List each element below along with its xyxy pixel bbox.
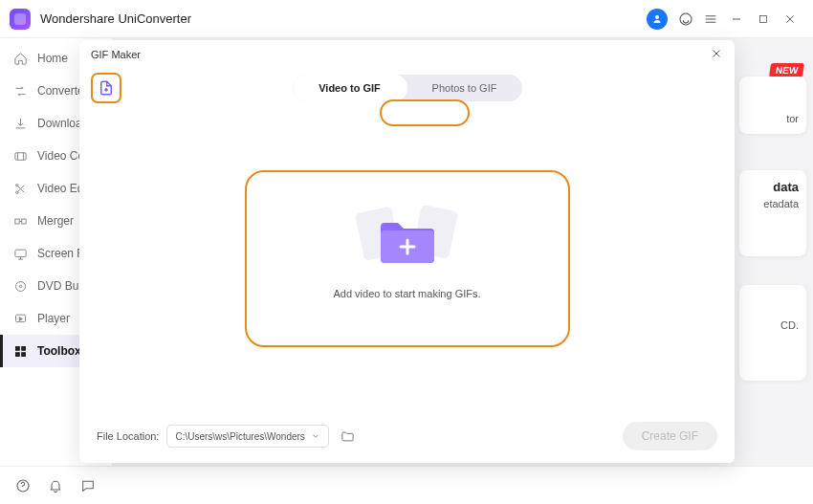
sidebar-item-label: Toolbox (37, 344, 81, 358)
feedback-icon[interactable] (80, 478, 96, 493)
gif-maker-modal: GIF Maker Video to GIF Photos to GIF Ad (79, 40, 735, 463)
menu-icon[interactable] (698, 7, 723, 32)
peek-sub: etadata (747, 198, 799, 209)
svg-rect-6 (22, 219, 26, 224)
mode-segment: Video to GIF Photos to GIF (293, 75, 522, 101)
sidebar-item-label: Home (37, 52, 68, 65)
svg-rect-11 (16, 346, 20, 350)
peek-title: data (747, 180, 799, 194)
svg-point-9 (19, 285, 22, 288)
app-logo-icon (10, 9, 31, 30)
chevron-down-icon (311, 431, 320, 441)
modal-body: Add video to start making GIFs. (79, 107, 735, 409)
svg-rect-5 (15, 219, 19, 224)
peek-card[interactable]: CD. (739, 285, 806, 381)
close-button[interactable] (710, 47, 723, 62)
svg-point-8 (16, 281, 26, 291)
modal-footer: File Location: C:\Users\ws\Pictures\Wond… (79, 409, 735, 463)
svg-rect-14 (22, 352, 26, 356)
notification-icon[interactable] (48, 478, 63, 493)
create-gif-button[interactable]: Create GIF (623, 422, 717, 450)
browse-folder-button[interactable] (337, 426, 358, 447)
app-title: Wondershare UniConverter (40, 11, 191, 26)
peek-text: CD. (747, 319, 799, 331)
path-value: C:\Users\ws\Pictures\Wonders (175, 431, 304, 442)
svg-rect-1 (760, 15, 767, 22)
add-file-button[interactable] (91, 73, 121, 103)
drop-message: Add video to start making GIFs. (333, 288, 480, 299)
tab-video-to-gif[interactable]: Video to GIF (293, 75, 407, 101)
file-location-label: File Location: (97, 430, 159, 442)
svg-rect-12 (22, 346, 26, 350)
peek-card[interactable]: tor (739, 77, 806, 134)
maximize-button[interactable] (750, 6, 777, 33)
svg-rect-2 (15, 152, 26, 160)
titlebar: Wondershare UniConverter (0, 0, 813, 38)
new-badge: NEW (769, 63, 804, 77)
peek-card[interactable]: data etadata (739, 170, 806, 256)
drop-zone[interactable]: Add video to start making GIFs. (245, 170, 570, 347)
modal-toolbar: Video to GIF Photos to GIF (79, 69, 735, 107)
support-icon[interactable] (673, 7, 698, 32)
close-window-button[interactable] (777, 6, 803, 33)
sidebar-item-label: Merger (37, 214, 74, 228)
modal-title: GIF Maker (91, 49, 141, 60)
help-icon[interactable] (15, 478, 31, 493)
minimize-button[interactable] (723, 6, 750, 33)
svg-rect-13 (16, 352, 20, 356)
modal-header: GIF Maker (79, 40, 735, 69)
footer (0, 466, 813, 504)
sidebar-item-label: Player (37, 312, 70, 325)
tab-photos-to-gif[interactable]: Photos to GIF (407, 75, 522, 101)
file-location-select[interactable]: C:\Users\ws\Pictures\Wonders (166, 425, 329, 448)
account-avatar[interactable] (647, 9, 668, 30)
folder-add-icon (377, 217, 438, 267)
svg-rect-7 (15, 250, 26, 257)
peek-text: tor (747, 113, 799, 124)
